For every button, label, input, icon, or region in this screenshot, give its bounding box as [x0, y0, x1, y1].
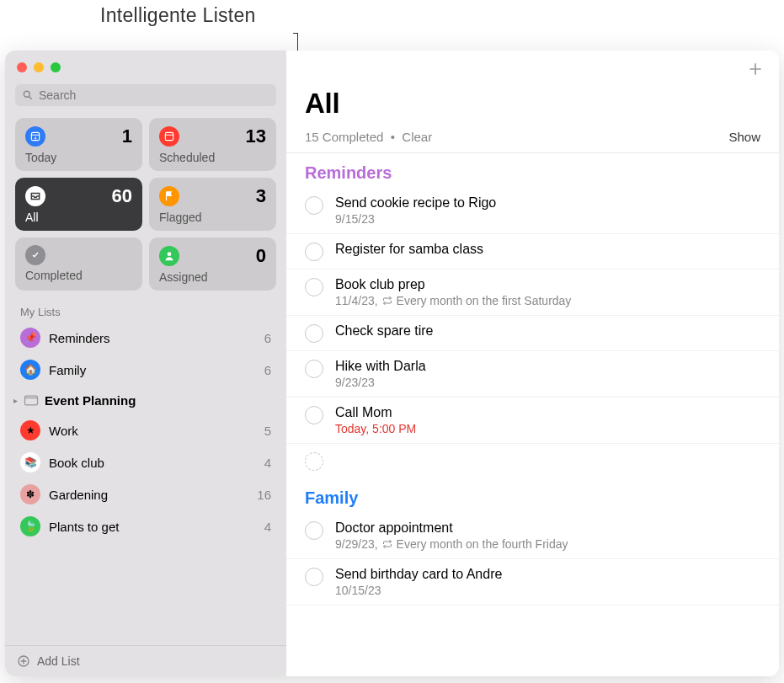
reminder-row[interactable]: Check spare tire: [286, 316, 779, 351]
checkmark-circle-icon: [25, 245, 45, 265]
reminder-row[interactable]: Send birthday card to Andre 10/15/23: [286, 559, 779, 606]
calendar-icon: [159, 126, 179, 147]
svg-text:4: 4: [35, 136, 37, 141]
my-lists: 📌 Reminders 6🏠 Family 6▸ Event Planning★…: [5, 322, 286, 645]
sidebar-item-count: 4: [264, 456, 271, 470]
list-icon: 🍃: [20, 516, 40, 536]
reminder-row[interactable]: Register for samba class: [286, 234, 779, 269]
window-controls: [5, 51, 286, 79]
reminder-subtext: 9/23/23: [335, 376, 760, 389]
add-list-label: Add List: [37, 654, 80, 668]
reminder-subtext: 11/4/23, Every month on the first Saturd…: [335, 294, 760, 307]
smart-list-all[interactable]: 60 All: [15, 178, 142, 231]
reminder-title: Send birthday card to Andre: [335, 567, 760, 582]
add-list-button[interactable]: Add List: [5, 645, 286, 676]
minimize-window-button[interactable]: [34, 62, 44, 72]
repeat-icon: [382, 539, 392, 549]
add-reminder-button[interactable]: [747, 61, 764, 77]
svg-rect-11: [25, 396, 38, 405]
sidebar-item-count: 4: [264, 520, 271, 534]
reminder-row[interactable]: Book club prep 11/4/23, Every month on t…: [286, 269, 779, 316]
main-area: All 15 Completed • Clear Show Reminders …: [286, 51, 779, 676]
list-icon: 🏠: [20, 360, 40, 380]
sidebar-folder[interactable]: ▸ Event Planning: [5, 386, 286, 414]
complete-toggle[interactable]: [305, 243, 323, 261]
smart-list-today[interactable]: 4 1 Today: [15, 118, 142, 171]
smart-list-label: Completed: [25, 269, 132, 282]
reminder-row[interactable]: Doctor appointment 9/29/23, Every month …: [286, 513, 779, 559]
svg-point-10: [168, 252, 172, 256]
sidebar-item-label: Event Planning: [45, 393, 278, 408]
smart-list-count: 13: [246, 125, 266, 147]
complete-toggle[interactable]: [305, 324, 323, 343]
reminder-subtext: 9/15/23: [335, 212, 760, 226]
smart-list-count: 1: [122, 125, 132, 147]
reminder-title: Hike with Darla: [335, 359, 760, 374]
add-reminder-placeholder-icon[interactable]: [305, 452, 323, 471]
person-icon: [159, 246, 179, 266]
reminder-row[interactable]: Send cookie recipe to Rigo 9/15/23: [286, 188, 779, 234]
smart-list-assigned[interactable]: 0 Assigned: [149, 237, 276, 291]
search-icon: [22, 89, 34, 101]
page-title: All: [305, 88, 760, 120]
svg-point-0: [24, 91, 29, 97]
show-button[interactable]: Show: [728, 130, 760, 144]
smart-list-label: All: [25, 211, 132, 224]
complete-toggle[interactable]: [305, 196, 323, 215]
section-header: Family: [286, 478, 779, 513]
smart-list-completed[interactable]: Completed: [15, 237, 142, 291]
sidebar-list-item[interactable]: 🏠 Family 6: [5, 354, 286, 386]
complete-toggle[interactable]: [305, 278, 323, 296]
flag-icon: [159, 186, 179, 206]
list-icon: 📚: [20, 452, 40, 472]
inbox-icon: [25, 186, 45, 206]
reminder-title: Book club prep: [335, 277, 760, 292]
smart-list-label: Assigned: [159, 270, 266, 284]
list-icon: ★: [20, 420, 40, 440]
smart-list-scheduled[interactable]: 13 Scheduled: [149, 118, 276, 171]
sidebar-item-label: Work: [49, 424, 256, 438]
reminder-subtext: 10/15/23: [335, 584, 760, 597]
sidebar-list-item[interactable]: 📌 Reminders 6: [5, 322, 286, 354]
smart-list-label: Flagged: [159, 211, 266, 224]
complete-toggle[interactable]: [305, 406, 323, 424]
smart-list-label: Today: [25, 151, 132, 164]
fullscreen-window-button[interactable]: [51, 62, 61, 72]
sidebar-item-count: 16: [257, 488, 271, 502]
smart-list-count: 60: [112, 185, 132, 207]
search-field[interactable]: [15, 84, 276, 106]
repeat-icon: [382, 296, 392, 306]
sidebar-item-label: Reminders: [49, 331, 256, 345]
smart-list-flagged[interactable]: 3 Flagged: [149, 178, 276, 231]
reminders-scroll[interactable]: Reminders Send cookie recipe to Rigo 9/1…: [286, 153, 779, 676]
reminder-title: Send cookie recipe to Rigo: [335, 195, 760, 211]
sidebar-list-item[interactable]: 📚 Book club 4: [5, 446, 286, 478]
sidebar-list-item[interactable]: ✽ Gardening 16: [5, 478, 286, 510]
reminder-repeat-text: Every month on the first Saturday: [397, 294, 572, 307]
completed-count-text: 15 Completed: [305, 130, 383, 144]
smart-lists-grid: 4 1 Today 13 Scheduled: [5, 111, 286, 297]
search-input[interactable]: [39, 88, 269, 102]
sidebar: 4 1 Today 13 Scheduled: [5, 51, 286, 676]
sidebar-list-item[interactable]: ★ Work 5: [5, 414, 286, 446]
reminder-row[interactable]: [286, 444, 779, 478]
clear-button[interactable]: Clear: [402, 130, 432, 144]
reminder-subtext: 9/29/23, Every month on the fourth Frida…: [335, 537, 760, 551]
svg-rect-5: [165, 132, 173, 140]
complete-toggle[interactable]: [305, 360, 323, 378]
sidebar-item-label: Plants to get: [49, 520, 256, 534]
sidebar-item-label: Gardening: [49, 488, 248, 502]
smart-list-count: 3: [256, 185, 266, 207]
reminder-row[interactable]: Call Mom Today, 5:00 PM: [286, 398, 779, 444]
complete-toggle[interactable]: [305, 521, 323, 540]
close-window-button[interactable]: [17, 62, 27, 72]
smart-list-label: Scheduled: [159, 151, 266, 164]
reminder-row[interactable]: Hike with Darla 9/23/23: [286, 351, 779, 398]
reminder-title: Check spare tire: [335, 323, 760, 339]
sidebar-list-item[interactable]: 🍃 Plants to get 4: [5, 510, 286, 542]
plus-circle-icon: [17, 654, 30, 668]
my-lists-header: My Lists: [5, 297, 286, 322]
complete-toggle[interactable]: [305, 568, 323, 586]
smart-list-count: 0: [256, 245, 266, 267]
reminder-title: Doctor appointment: [335, 520, 760, 536]
